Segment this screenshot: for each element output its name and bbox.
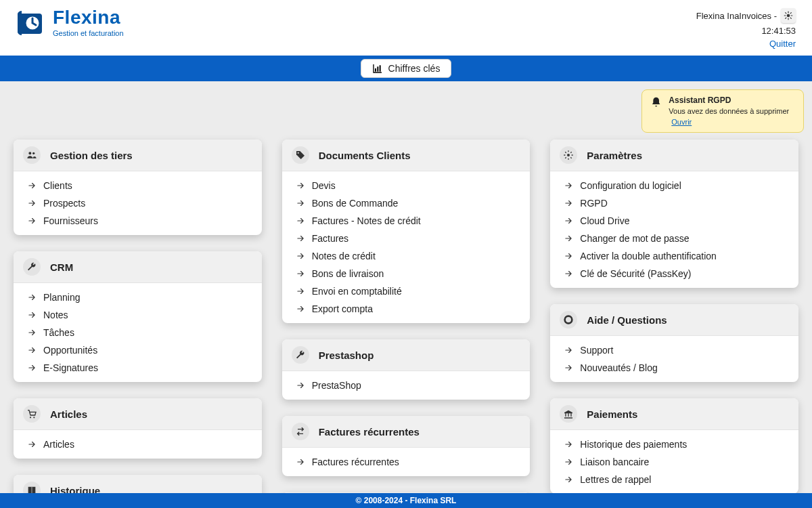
card-title: Documents Clients: [319, 150, 411, 161]
menu-item[interactable]: Liaison bancaire: [550, 453, 798, 471]
key-figures-label: Chiffres clés: [388, 63, 441, 74]
menu-item[interactable]: Notes: [14, 306, 262, 324]
menu-item[interactable]: Historique des paiements: [550, 436, 798, 453]
menu-item[interactable]: Bons de Commande: [282, 194, 531, 212]
sun-icon: [784, 11, 793, 20]
menu-item[interactable]: Articles: [14, 436, 262, 453]
logout-link[interactable]: Quitter: [769, 39, 796, 49]
card-list: Configuration du logicielRGPDCloud Drive…: [550, 171, 798, 288]
menu-item[interactable]: Factures: [282, 230, 531, 247]
menu-item[interactable]: Clé de Sécurité (PassKey): [550, 265, 798, 282]
svg-point-2: [787, 14, 790, 18]
svg-rect-12: [377, 66, 378, 71]
menu-item-label: Clé de Sécurité (PassKey): [580, 268, 691, 279]
arrow-right-icon: [564, 234, 573, 243]
card-presta: PrestashopPrestaShop: [282, 339, 531, 400]
arrow-right-icon: [296, 216, 305, 226]
arrow-right-icon: [564, 457, 573, 467]
menu-item[interactable]: Opportunités: [14, 341, 262, 359]
card-list: Articles: [14, 430, 262, 459]
cart-icon: [23, 405, 41, 423]
svg-line-7: [786, 13, 786, 14]
menu-item[interactable]: Notes de crédit: [282, 247, 531, 265]
card-list: SupportNouveautés / Blog: [550, 336, 798, 382]
menu-item[interactable]: Lettres de rappel: [550, 471, 798, 488]
arrow-right-icon: [296, 381, 305, 390]
card-header-recur: Factures récurrentes: [282, 416, 531, 448]
arrow-right-icon: [27, 363, 37, 373]
card-title: Paramètres: [587, 150, 642, 161]
menu-item[interactable]: Export compta: [282, 300, 531, 318]
arrow-right-icon: [296, 457, 305, 467]
alert-open-link[interactable]: Ouvrir: [671, 118, 692, 126]
card-list: DevisBons de CommandeFactures - Notes de…: [282, 171, 531, 323]
menu-item[interactable]: Prospects: [14, 194, 262, 212]
menu-item[interactable]: E-Signatures: [14, 359, 262, 377]
menu-item[interactable]: Tâches: [14, 324, 262, 341]
menu-item[interactable]: Activer la double authentification: [550, 247, 798, 265]
card-pay: PaiementsHistorique des paiementsLiaison…: [550, 398, 798, 494]
menu-item-label: Notes: [43, 310, 68, 320]
menu-item-label: Nouveautés / Blog: [580, 362, 657, 373]
arrow-right-icon: [296, 198, 305, 208]
card-list: PlanningNotesTâchesOpportunitésE-Signatu…: [14, 283, 262, 382]
menu-item[interactable]: Clients: [14, 177, 262, 194]
menu-item[interactable]: Factures récurrentes: [282, 453, 531, 471]
people-icon: [23, 146, 41, 164]
theme-toggle-button[interactable]: [781, 8, 796, 23]
card-title: Gestion des tiers: [50, 150, 133, 161]
arrow-right-icon: [564, 269, 573, 278]
repeat-icon: [292, 423, 309, 440]
card-header-params: Paramètres: [550, 140, 798, 171]
card-list: Factures récurrentes: [282, 448, 531, 476]
clock: 12:41:53: [761, 26, 796, 36]
wrench-icon: [23, 258, 41, 276]
card-params: ParamètresConfiguration du logicielRGPDC…: [550, 140, 798, 288]
menu-item[interactable]: Bons de livraison: [282, 265, 531, 282]
menu-item[interactable]: Configuration du logiciel: [550, 177, 798, 194]
arrow-right-icon: [564, 181, 573, 190]
svg-point-14: [32, 152, 35, 154]
menu-item-label: Factures: [312, 233, 348, 244]
arrow-right-icon: [27, 328, 37, 337]
menu-item-label: Envoi en comptabilité: [312, 286, 402, 297]
menu-item[interactable]: Nouveautés / Blog: [550, 359, 798, 377]
menu-item[interactable]: Changer de mot de passe: [550, 230, 798, 247]
arrow-right-icon: [296, 234, 305, 243]
bell-icon: [650, 96, 662, 109]
menu-item[interactable]: Factures - Notes de crédit: [282, 212, 531, 230]
svg-rect-11: [375, 68, 376, 72]
menu-item-label: Changer de mot de passe: [580, 233, 689, 244]
rgpd-alert: Assistant RGPD Vous avez des données à s…: [641, 89, 804, 133]
menu-item[interactable]: Envoi en comptabilité: [282, 282, 531, 300]
arrow-right-icon: [564, 198, 573, 208]
current-user-label: Flexina InaInvoices -: [696, 11, 777, 21]
card-title: Factures récurrentes: [319, 426, 420, 438]
footer-text: © 2008-2024 - Flexina SRL: [356, 496, 457, 505]
menu-item[interactable]: Planning: [14, 289, 262, 306]
menu-item[interactable]: Cloud Drive: [550, 212, 798, 230]
menu-item-label: Factures récurrentes: [312, 457, 399, 467]
menu-item[interactable]: Fournisseurs: [14, 212, 262, 230]
menu-item[interactable]: Support: [550, 341, 798, 359]
key-figures-button[interactable]: Chiffres clés: [361, 59, 452, 78]
menu-item-label: PrestaShop: [312, 380, 361, 391]
svg-point-19: [567, 154, 570, 156]
arrow-right-icon: [27, 198, 37, 208]
menu-item[interactable]: Devis: [282, 177, 531, 194]
card-title: Aide / Questions: [587, 314, 667, 326]
menu-item[interactable]: PrestaShop: [282, 377, 531, 394]
menu-item[interactable]: RGPD: [550, 194, 798, 212]
svg-line-10: [790, 13, 791, 14]
card-title: Paiements: [587, 408, 637, 420]
arrow-right-icon: [27, 440, 37, 449]
arrow-right-icon: [27, 310, 37, 320]
arrow-right-icon: [296, 269, 305, 278]
bank-icon: [560, 405, 577, 423]
logo[interactable]: Flexina Gestion et facturation: [16, 8, 124, 37]
svg-point-18: [297, 152, 298, 154]
arrow-right-icon: [27, 181, 37, 190]
card-list: Historique des paiementsLiaison bancaire…: [550, 430, 798, 494]
logo-name: Flexina: [53, 8, 124, 27]
menu-item-label: Opportunités: [43, 345, 97, 356]
